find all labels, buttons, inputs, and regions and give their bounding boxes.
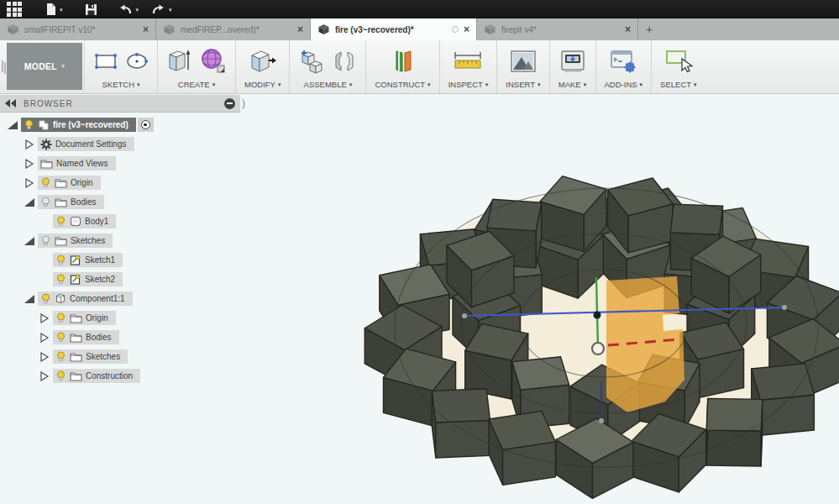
bulb-partial-icon[interactable] <box>40 197 51 207</box>
create-dropdown[interactable]: CREATE▾ <box>178 80 215 89</box>
sketch-ellipse-icon[interactable] <box>125 51 149 71</box>
close-tab-icon[interactable]: × <box>143 24 149 34</box>
expanded-arrow-icon[interactable] <box>24 236 35 246</box>
inspect-dropdown[interactable]: INSPECT▾ <box>448 80 489 89</box>
undo-button[interactable]: ▾ <box>118 0 139 18</box>
tree-item-sketch2[interactable]: Sketch2 <box>0 272 245 286</box>
app-launcher-button[interactable] <box>7 0 22 18</box>
activate-component-radio[interactable] <box>138 118 154 132</box>
bulb-visible-icon[interactable] <box>55 332 66 343</box>
tree-item-component1-construction[interactable]: Construction <box>0 369 245 383</box>
create-form-icon[interactable] <box>200 48 227 75</box>
dropdown-caret-icon: ▾ <box>537 81 541 88</box>
document-cube-icon <box>7 24 19 35</box>
collapsed-arrow-icon[interactable] <box>39 352 50 362</box>
insert-dropdown[interactable]: INSERT▾ <box>506 80 540 89</box>
bulb-visible-icon[interactable] <box>55 255 66 265</box>
bulb-visible-icon[interactable] <box>40 293 51 304</box>
close-tab-icon[interactable]: × <box>625 24 631 34</box>
dropdown-caret-icon: ▾ <box>349 81 353 88</box>
tree-item-bodies[interactable]: Bodies <box>0 195 245 209</box>
folder-icon <box>70 351 82 362</box>
save-button[interactable] <box>85 0 97 18</box>
sketch-rectangle-icon[interactable] <box>93 51 118 71</box>
tree-item-origin[interactable]: Origin <box>0 176 245 190</box>
tree-item-sketch1[interactable]: Sketch1 <box>0 253 245 267</box>
tree-item-component1-bodies[interactable]: Bodies <box>0 330 245 344</box>
collapsed-arrow-icon[interactable] <box>24 139 35 150</box>
tree-item-component1[interactable]: Component1:1 <box>0 291 245 306</box>
collapsed-arrow-icon[interactable] <box>24 159 35 169</box>
bulb-visible-icon[interactable] <box>55 274 66 285</box>
measure-icon[interactable] <box>453 50 483 73</box>
sync-status-icon <box>613 26 620 33</box>
tab-label: fire (v3~recovered)* <box>335 25 414 34</box>
assemble-dropdown[interactable]: ASSEMBLE▾ <box>304 80 353 89</box>
insert-image-icon[interactable] <box>509 49 537 74</box>
tree-item-sketches[interactable]: Sketches <box>0 234 245 248</box>
dropdown-caret-icon: ▾ <box>694 81 697 88</box>
press-pull-icon[interactable] <box>249 48 277 75</box>
construct-dropdown[interactable]: CONSTRUCT▾ <box>375 80 430 89</box>
extrude-icon[interactable] <box>166 48 193 75</box>
folder-icon <box>55 235 67 246</box>
file-icon <box>45 3 57 16</box>
tree-item-component1-sketches[interactable]: Sketches <box>0 349 245 364</box>
tree-item-document-settings[interactable]: Document Settings <box>0 137 245 151</box>
close-tab-icon[interactable]: × <box>297 24 303 34</box>
dropdown-caret-icon: ▾ <box>427 81 431 88</box>
new-component-icon[interactable] <box>298 48 325 75</box>
panel-minimize-icon[interactable] <box>224 98 235 109</box>
document-tab-firepit-v4[interactable]: firepit v4* × <box>477 18 638 40</box>
bulb-partial-icon[interactable] <box>40 235 51 246</box>
tree-item-named-views[interactable]: Named Views <box>0 156 245 171</box>
bulb-visible-icon[interactable] <box>55 312 66 323</box>
collapsed-arrow-icon[interactable] <box>24 178 35 188</box>
document-tab-medfirepit[interactable]: medFIREP...overed)* × <box>156 18 311 40</box>
redo-button[interactable]: ▾ <box>150 0 172 18</box>
tree-item-component1-origin[interactable]: Origin <box>0 311 245 325</box>
file-menu-button[interactable]: ▾ <box>45 0 63 18</box>
bulb-visible-icon[interactable] <box>55 370 66 381</box>
expanded-arrow-icon[interactable] <box>24 197 35 207</box>
dropdown-caret-icon: ▾ <box>584 81 587 88</box>
dropdown-caret-icon: ▾ <box>136 7 139 13</box>
dropdown-caret-icon: ▾ <box>212 81 216 88</box>
tree-item-label: Sketch1 <box>85 255 115 265</box>
modify-dropdown[interactable]: MODIFY▾ <box>244 80 281 89</box>
collapsed-arrow-icon[interactable] <box>39 313 50 323</box>
3d-print-icon[interactable] <box>558 49 587 74</box>
bulb-visible-icon[interactable] <box>24 119 34 130</box>
add-ins-dropdown[interactable]: ADD-INS▾ <box>605 80 643 89</box>
folder-icon <box>40 158 53 169</box>
tree-item-root-component[interactable]: fire (v3~recovered) <box>0 118 245 132</box>
make-dropdown[interactable]: MAKE▾ <box>558 80 586 89</box>
document-tab-smallfirepit[interactable]: smallFIREPIT v10* × <box>0 18 156 40</box>
add-ins-icon[interactable] <box>609 49 637 74</box>
dropdown-caret-icon: ▾ <box>640 81 643 88</box>
workspace-switcher-button[interactable]: MODEL ▾ <box>7 43 82 90</box>
tree-item-body1[interactable]: Body1 <box>0 214 245 228</box>
close-tab-icon[interactable]: × <box>464 24 469 34</box>
tree-item-label: Named Views <box>56 159 108 168</box>
panel-edge-handle[interactable]: ) <box>242 97 245 109</box>
joint-icon[interactable] <box>332 49 357 74</box>
sketch-dropdown[interactable]: SKETCH▾ <box>102 80 139 89</box>
collapsed-arrow-icon[interactable] <box>39 371 50 381</box>
construct-plane-icon[interactable] <box>390 48 417 75</box>
bulb-visible-icon[interactable] <box>55 351 66 362</box>
bulb-visible-icon[interactable] <box>55 216 66 227</box>
new-tab-button[interactable]: + <box>638 18 660 40</box>
bulb-visible-icon[interactable] <box>40 177 51 188</box>
toolbar-grip-handle[interactable] <box>0 40 7 93</box>
tree-item-label: Origin <box>71 178 93 187</box>
select-icon[interactable] <box>663 48 694 75</box>
expanded-arrow-icon[interactable] <box>7 120 18 130</box>
select-dropdown[interactable]: SELECT▾ <box>660 80 696 89</box>
component-icon <box>38 119 50 130</box>
expanded-arrow-icon[interactable] <box>24 294 35 304</box>
document-tab-fire-active[interactable]: fire (v3~recovered)* × <box>311 18 477 40</box>
collapse-panel-icon[interactable] <box>5 99 17 108</box>
collapsed-arrow-icon[interactable] <box>39 333 50 343</box>
tree-item-label: Component1:1 <box>70 294 125 303</box>
